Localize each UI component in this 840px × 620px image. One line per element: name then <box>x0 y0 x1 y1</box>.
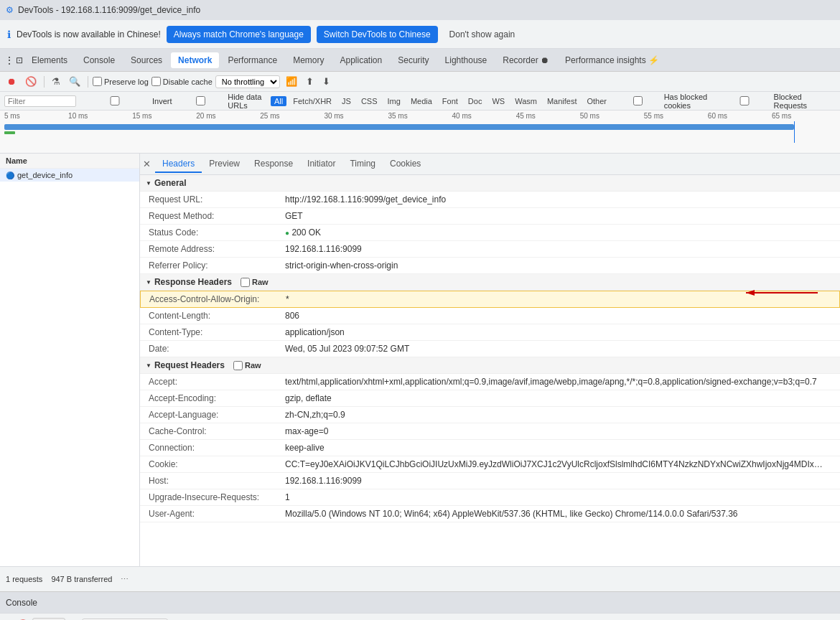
filter-manifest-button[interactable]: Manifest <box>543 96 581 106</box>
accept-language-key: Accept-Language: <box>149 410 285 420</box>
tab-sources[interactable]: Sources <box>123 52 169 68</box>
clear-icon[interactable]: 🚫 <box>22 75 39 88</box>
tab-lighthouse[interactable]: Lighthouse <box>438 52 495 68</box>
match-language-button[interactable]: Always match Chrome's language <box>167 26 311 43</box>
lang-bar: ℹ DevTools is now available in Chinese! … <box>0 20 840 49</box>
has-blocked-text: Has blocked cookies <box>664 93 714 110</box>
download-icon[interactable]: ⬇ <box>319 75 333 88</box>
filter-js-button[interactable]: JS <box>338 96 355 106</box>
tab-initiator[interactable]: Initiator <box>300 156 342 173</box>
separator1 <box>44 76 45 88</box>
tab-elements[interactable]: Elements <box>24 52 75 68</box>
accept-encoding-value: gzip, deflate <box>285 393 831 403</box>
disable-cache-label[interactable]: Disable cache <box>151 77 213 86</box>
raw-check-label[interactable]: Raw <box>241 278 269 287</box>
connection-key: Connection: <box>149 443 285 453</box>
request-item-get-device-info[interactable]: 🔵 get_device_info <box>0 169 139 182</box>
url-value: http://192.168.1.116:9099/get_device_inf… <box>285 194 831 205</box>
has-blocked-checkbox[interactable] <box>613 96 663 105</box>
response-headers-section: ▼ Response Headers Raw <box>140 274 840 291</box>
tl-label-6: 35 ms <box>388 112 452 120</box>
filter-font-button[interactable]: Font <box>439 96 462 106</box>
triangle-icon3: ▼ <box>146 362 151 369</box>
more-stats-icon[interactable]: ⋯ <box>121 575 129 584</box>
filter-all-button[interactable]: All <box>271 96 286 106</box>
hide-data-urls-label[interactable]: Hide data URLs <box>175 93 269 110</box>
separator2 <box>88 76 88 88</box>
tl-label-11: 60 ms <box>708 112 772 120</box>
upgrade-insecure-key: Upgrade-Insecure-Requests: <box>149 492 285 502</box>
general-row-url: Request URL: http://192.168.1.116:9099/g… <box>140 192 840 208</box>
blocked-requests-label[interactable]: Blocked Requests <box>717 93 823 110</box>
invert-label[interactable]: Invert <box>79 96 172 105</box>
connection-value: keep-alive <box>285 443 831 453</box>
detail-close-button[interactable]: ✕ <box>143 159 151 169</box>
context-select[interactable]: top <box>32 618 65 621</box>
tab-response[interactable]: Response <box>247 156 300 173</box>
filter-media-button[interactable]: Media <box>407 96 436 106</box>
tab-application[interactable]: Application <box>332 52 389 68</box>
upgrade-insecure-row: Upgrade-Insecure-Requests: 1 <box>140 489 840 506</box>
main-toolbar: ⋮ ⊡ Elements Console Sources Network Per… <box>0 49 840 72</box>
filter-input[interactable] <box>4 95 76 107</box>
raw-check-label2[interactable]: Raw <box>233 361 261 370</box>
tab-cookies[interactable]: Cookies <box>383 156 428 173</box>
tab-performance[interactable]: Performance <box>220 52 284 68</box>
throttle-select[interactable]: No throttling <box>215 75 280 88</box>
third-party-label[interactable]: 3rd-party requests <box>826 93 840 110</box>
triangle-icon: ▼ <box>146 180 151 187</box>
filter-other-button[interactable]: Other <box>584 96 611 106</box>
cookie-key: Cookie: <box>149 459 285 469</box>
cache-control-key: Cache-Control: <box>149 426 285 436</box>
filter-doc-button[interactable]: Doc <box>465 96 486 106</box>
tab-network[interactable]: Network <box>171 52 219 68</box>
cookie-value: CC:T=eyJ0eXAiOiJKV1QiLCJhbGciOiJIUzUxMiJ… <box>285 459 823 469</box>
requests-panel: Name 🔵 get_device_info <box>0 154 140 566</box>
tab-preview[interactable]: Preview <box>202 156 247 173</box>
tl-label-3: 20 ms <box>196 112 260 120</box>
filter-ws-button[interactable]: WS <box>488 96 508 106</box>
toggle-drawer-icon[interactable]: ⊡ <box>16 55 23 65</box>
tl-label-9: 50 ms <box>580 112 644 120</box>
tab-headers[interactable]: Headers <box>155 156 202 173</box>
tab-performance-insights[interactable]: Performance insights ⚡ <box>558 52 666 68</box>
disable-cache-checkbox[interactable] <box>151 77 161 86</box>
status-text: 200 OK <box>291 227 321 238</box>
filter-wasm-button[interactable]: Wasm <box>511 96 541 106</box>
tab-recorder[interactable]: Recorder ⏺ <box>495 52 556 68</box>
tl-label-7: 40 ms <box>452 112 516 120</box>
third-party-checkbox[interactable] <box>826 96 840 105</box>
preserve-log-label[interactable]: Preserve log <box>93 77 149 86</box>
tab-security[interactable]: Security <box>391 52 436 68</box>
switch-language-button[interactable]: Switch DevTools to Chinese <box>317 26 438 43</box>
invert-checkbox[interactable] <box>79 96 151 105</box>
stop-recording-icon[interactable]: ⏺ <box>4 75 19 88</box>
date-key: Date: <box>149 344 285 354</box>
search-icon[interactable]: 🔍 <box>66 75 83 88</box>
upload-icon[interactable]: ⬆ <box>303 75 317 88</box>
cookie-row: Cookie: CC:T=eyJ0eXAiOiJKV1QiLCJhbGciOiJ… <box>140 456 840 473</box>
filter-icon[interactable]: ⚗ <box>49 75 63 88</box>
host-key: Host: <box>149 476 285 486</box>
has-blocked-label[interactable]: Has blocked cookies <box>613 93 714 110</box>
blocked-requests-checkbox[interactable] <box>717 96 773 105</box>
tab-memory[interactable]: Memory <box>286 52 331 68</box>
filter-fetch-button[interactable]: Fetch/XHR <box>289 96 335 106</box>
filter-img-button[interactable]: Img <box>384 96 404 106</box>
more-tools-icon[interactable]: ⋮ <box>4 55 14 66</box>
content-length-row: Content-Length: 806 <box>140 308 840 324</box>
filter-css-button[interactable]: CSS <box>358 96 381 106</box>
raw-checkbox2[interactable] <box>233 361 243 370</box>
raw-checkbox[interactable] <box>241 278 250 287</box>
tab-timing[interactable]: Timing <box>342 156 383 173</box>
wifi-icon[interactable]: 📶 <box>283 75 300 88</box>
dont-show-button[interactable]: Don't show again <box>444 26 521 43</box>
accept-row: Accept: text/html,application/xhtml+xml,… <box>140 374 840 390</box>
general-section-title: General <box>154 178 187 188</box>
tab-console[interactable]: Console <box>76 52 122 68</box>
hide-data-urls-checkbox[interactable] <box>175 96 227 105</box>
general-row-remote: Remote Address: 192.168.1.116:9099 <box>140 241 840 258</box>
preserve-log-checkbox[interactable] <box>93 77 102 86</box>
timeline-cursor <box>794 121 795 143</box>
general-section-header: ▼ General <box>140 175 840 192</box>
